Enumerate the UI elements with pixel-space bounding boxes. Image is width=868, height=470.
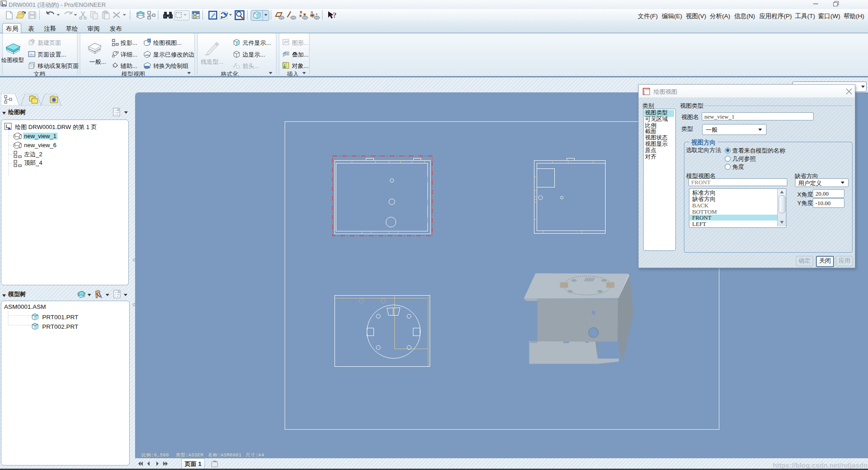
- svg-text:?: ?: [333, 11, 337, 19]
